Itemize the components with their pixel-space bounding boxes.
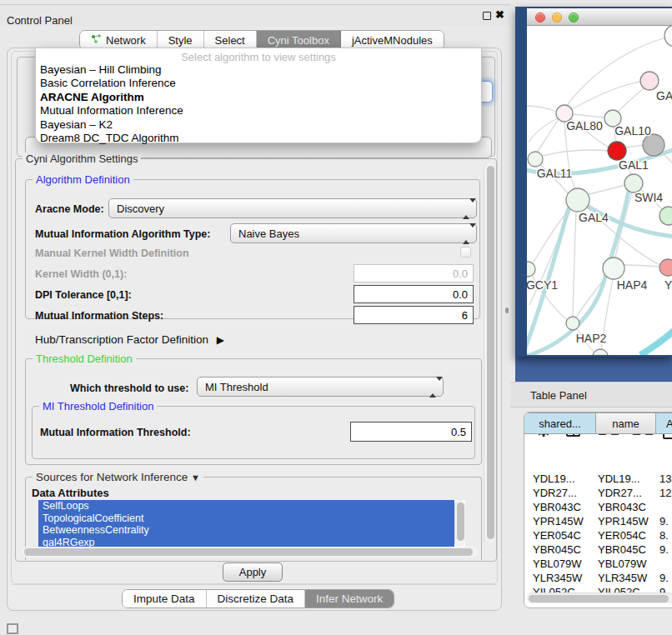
stepper-arrows-icon bbox=[429, 381, 436, 393]
aracne-mode-value: Discovery bbox=[117, 202, 164, 215]
stepper-arrows-icon bbox=[463, 202, 469, 215]
node-labels: GAL GAL80 GAL10 GAL11 GAL1 SWI4 GAL4 GCY… bbox=[527, 89, 672, 345]
table-row[interactable]: YBL079WYBL079W bbox=[524, 557, 672, 571]
table-row[interactable]: YIL052CYIL052C9 bbox=[524, 585, 672, 592]
zoom-traffic-light-icon[interactable] bbox=[569, 12, 579, 22]
aracne-mode-combobox[interactable]: Discovery bbox=[108, 198, 477, 218]
menu-item-basic-correlation[interactable]: Basic Correlation Inference bbox=[36, 77, 481, 90]
node-label: GAL4 bbox=[579, 211, 609, 224]
mi-steps-field[interactable]: 6 bbox=[354, 306, 474, 324]
float-window-icon[interactable] bbox=[483, 12, 491, 20]
settings-vertical-scrollbar[interactable] bbox=[484, 163, 495, 543]
node-label: HAP2 bbox=[576, 332, 607, 345]
collapse-down-icon[interactable]: ▼ bbox=[191, 472, 200, 482]
node-label: GAL10 bbox=[614, 124, 651, 138]
tab-select[interactable]: Select bbox=[204, 31, 257, 49]
mi-type-combobox[interactable]: Naive Bayes bbox=[230, 223, 477, 243]
menu-item-dream8[interactable]: Dream8 DC_TDC Algorithm bbox=[36, 132, 481, 145]
table-row[interactable]: YLR345WYLR345W9. bbox=[524, 571, 672, 585]
list-item[interactable]: TopologicalCoefficient bbox=[38, 512, 454, 525]
table-row[interactable]: YDR27...YDR27...12 bbox=[524, 486, 672, 500]
which-threshold-combobox[interactable]: MI Threshold bbox=[197, 377, 444, 397]
node-gal1[interactable] bbox=[624, 174, 643, 192]
mi-threshold-field[interactable]: 0.5 bbox=[350, 422, 472, 442]
table-row[interactable]: YBR045CYBR045C9. bbox=[524, 542, 672, 557]
network-graph: GAL GAL80 GAL10 GAL11 GAL1 SWI4 GAL4 GCY… bbox=[527, 26, 672, 355]
minimize-traffic-light-icon[interactable] bbox=[552, 12, 562, 22]
node-label: SWI4 bbox=[634, 191, 663, 204]
table-panel-titlebar: Table Panel bbox=[510, 382, 672, 408]
settings-horizontal-scrollbar[interactable] bbox=[22, 547, 479, 558]
apply-button[interactable]: Apply bbox=[223, 562, 283, 582]
algorithm-dropdown-popup: Select algorithm to view settings Bayesi… bbox=[35, 48, 482, 143]
node-gcy1[interactable] bbox=[527, 262, 535, 277]
table-row[interactable]: YBR043CYBR043C bbox=[524, 500, 672, 514]
edges-teal bbox=[527, 149, 672, 355]
network-window-titlebar[interactable] bbox=[527, 8, 672, 26]
hub-definition-expander[interactable]: Hub/Transcription Factor Definition ▶ bbox=[35, 333, 224, 346]
stepper-arrows-icon bbox=[463, 228, 469, 240]
table-row[interactable]: YER054CYER054C8. bbox=[524, 528, 672, 542]
tab-network[interactable]: Network bbox=[80, 31, 158, 49]
dpi-tolerance-field[interactable]: 0.0 bbox=[354, 285, 474, 303]
tab-jactivemnodules[interactable]: jActiveMNodules bbox=[341, 31, 444, 49]
control-panel-titlebar: Control Panel bbox=[0, 4, 510, 26]
node-salmon[interactable] bbox=[659, 259, 672, 276]
edge-cyan bbox=[640, 331, 672, 355]
tab-style[interactable]: Style bbox=[158, 31, 204, 49]
column-header-partial[interactable]: A bbox=[656, 412, 672, 434]
mi-type-value: Naive Bayes bbox=[238, 228, 299, 240]
menu-item-bayes-k2[interactable]: Bayesian – K2 bbox=[36, 118, 481, 132]
node-label: GAL1 bbox=[619, 158, 649, 172]
table-row[interactable]: YPR145WYPR145W9. bbox=[524, 514, 672, 528]
tab-cyni-toolbox[interactable]: Cyni Toolbox bbox=[257, 31, 341, 49]
minimized-panel-icon[interactable] bbox=[7, 623, 18, 634]
splitter-handle[interactable] bbox=[505, 308, 509, 313]
node-red[interactable] bbox=[608, 142, 626, 160]
column-header-name[interactable]: name bbox=[596, 412, 656, 434]
mi-steps-label: Mutual Information Steps: bbox=[35, 310, 163, 322]
list-item[interactable]: BetweennessCentrality bbox=[38, 524, 454, 537]
column-header-shared-name[interactable]: shared... bbox=[524, 412, 596, 434]
algorithm-definition-legend: Algorithm Definition bbox=[33, 173, 133, 186]
node-swi4[interactable] bbox=[659, 207, 672, 225]
node[interactable] bbox=[664, 26, 672, 47]
tab-impute-data[interactable]: Impute Data bbox=[123, 590, 207, 608]
network-canvas[interactable]: GAL GAL80 GAL10 GAL11 GAL1 SWI4 GAL4 GCY… bbox=[527, 26, 672, 355]
bottom-tabbar: Impute Data Discretize Data Infer Networ… bbox=[122, 589, 394, 608]
node-gal11[interactable] bbox=[528, 152, 543, 167]
list-scrollbar[interactable] bbox=[454, 500, 465, 547]
node-gal4[interactable] bbox=[566, 188, 589, 212]
manual-kernel-checkbox[interactable] bbox=[460, 247, 471, 258]
menu-item-mutual-info[interactable]: Mutual Information Inference bbox=[36, 104, 481, 118]
tab-discretize-data[interactable]: Discretize Data bbox=[207, 590, 306, 608]
dpi-tolerance-label: DPI Tolerance [0,1]: bbox=[35, 289, 132, 301]
kernel-width-field[interactable]: 0.0 bbox=[354, 264, 474, 282]
data-attributes-list: SelfLoops TopologicalCoefficient Between… bbox=[38, 500, 465, 547]
table-horizontal-scrollbar[interactable] bbox=[527, 592, 672, 603]
node[interactable] bbox=[593, 349, 608, 355]
node-label: GCY1 bbox=[527, 278, 558, 292]
node-gal2[interactable] bbox=[640, 72, 659, 90]
table-panel: ✓ ✓ shared... name A YDL19...YDL19...13 … bbox=[524, 412, 672, 608]
node-hap2[interactable] bbox=[566, 317, 579, 330]
close-traffic-light-icon[interactable] bbox=[535, 12, 545, 22]
menu-item-aracne[interactable]: ARACNE Algorithm bbox=[36, 91, 481, 104]
cyni-settings-legend: Cyni Algorithm Settings bbox=[23, 152, 141, 165]
node-hap4[interactable] bbox=[603, 258, 624, 279]
table-rows: YDL19...YDL19...13 YDR27...YDR27...12 YB… bbox=[524, 471, 672, 592]
kernel-width-label: Kernel Width (0,1): bbox=[35, 268, 127, 280]
close-icon[interactable]: ✖ bbox=[495, 8, 504, 21]
panel-divider bbox=[12, 584, 497, 585]
expand-right-icon[interactable]: ▶ bbox=[217, 334, 224, 346]
table-row[interactable]: YDL19...YDL19...13 bbox=[524, 472, 672, 486]
list-item[interactable]: SelfLoops bbox=[38, 500, 454, 512]
mi-threshold-label: Mutual Information Threshold: bbox=[40, 427, 191, 438]
list-item[interactable]: gal4RGexp bbox=[38, 537, 454, 548]
tab-infer-network[interactable]: Infer Network bbox=[305, 590, 394, 608]
mi-type-label: Mutual Information Algorithm Type: bbox=[35, 228, 210, 240]
menu-item-bayes-hill[interactable]: Bayesian – Hill Climbing bbox=[36, 63, 481, 77]
node-label: GAL80 bbox=[566, 119, 603, 132]
network-view-window: GAL GAL80 GAL10 GAL11 GAL1 SWI4 GAL4 GCY… bbox=[515, 7, 672, 357]
tab-network-label: Network bbox=[106, 34, 146, 47]
